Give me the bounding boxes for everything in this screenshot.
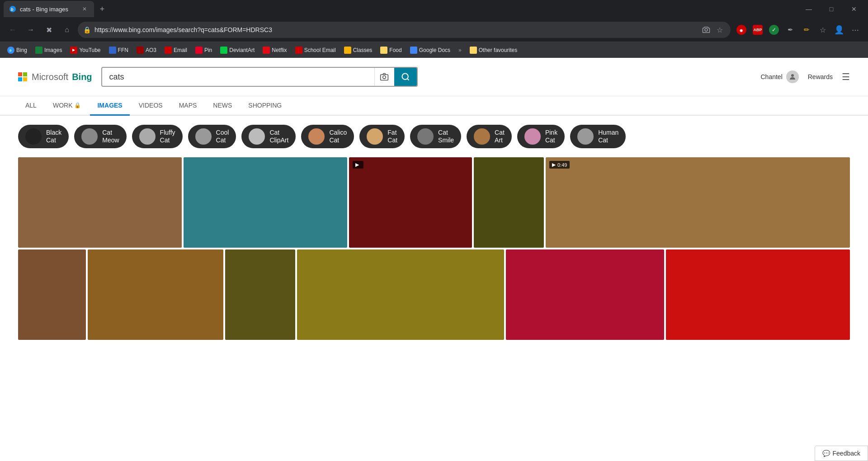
- tab-work[interactable]: WORK 🔒: [46, 96, 89, 116]
- bookmark-bing[interactable]: b Bing: [4, 45, 31, 56]
- pin-favicon: [195, 47, 203, 54]
- tab-maps[interactable]: MAPS: [172, 96, 204, 116]
- close-button[interactable]: ✕: [844, 0, 864, 18]
- work-lock-icon: 🔒: [74, 102, 81, 108]
- google-docs-favicon: [410, 47, 417, 54]
- menu-button[interactable]: ⋯: [848, 23, 863, 37]
- reload-button[interactable]: ✖: [42, 23, 56, 37]
- star-icon[interactable]: ☆: [714, 24, 725, 35]
- search-button[interactable]: [394, 67, 417, 87]
- tab-videos[interactable]: VIDEOS: [132, 96, 170, 116]
- pill-cool-cat[interactable]: CoolCat: [188, 125, 236, 148]
- bookmark-email[interactable]: Email: [161, 45, 191, 56]
- extension-check-icon[interactable]: ✓: [767, 23, 781, 37]
- tab-shopping[interactable]: SHOPPING: [241, 96, 289, 116]
- image-cell-1[interactable]: [18, 157, 182, 248]
- bookmark-netflix[interactable]: Netflix: [259, 45, 290, 56]
- pill-pink-cat[interactable]: PinkCat: [517, 125, 565, 148]
- bookmark-google-docs[interactable]: Google Docs: [406, 45, 454, 56]
- bookmark-pin-label: Pin: [204, 47, 212, 53]
- maximize-button[interactable]: □: [821, 0, 842, 18]
- image-cell-10[interactable]: [506, 249, 664, 340]
- image-cell-7[interactable]: [88, 249, 223, 340]
- bing-favicon: b: [7, 47, 14, 54]
- address-bar[interactable]: 🔒 https://www.bing.com/images/search?q=c…: [78, 22, 731, 38]
- pill-fluffy-cat[interactable]: FluffyCat: [132, 125, 183, 148]
- image-cell-8[interactable]: [225, 249, 295, 340]
- pill-cat-meow[interactable]: CatMeow: [74, 125, 126, 148]
- search-box[interactable]: [101, 67, 418, 87]
- image-cell-6[interactable]: [18, 249, 86, 340]
- pill-fat-cat[interactable]: FatCat: [359, 125, 405, 148]
- bookmark-youtube[interactable]: ▶ YouTube: [66, 45, 104, 56]
- bing-logo[interactable]: Microsoft Bing: [18, 72, 92, 82]
- back-button[interactable]: ←: [5, 23, 20, 37]
- bookmark-school-email[interactable]: School Email: [292, 45, 340, 56]
- tab-all[interactable]: ALL: [18, 96, 44, 116]
- pill-cat-art[interactable]: CatArt: [467, 125, 512, 148]
- hamburger-menu[interactable]: ☰: [842, 71, 850, 82]
- video-badge-2: ▶ 0:49: [549, 161, 570, 169]
- pill-fluffy-cat-thumb: [139, 128, 156, 145]
- image-cell-4[interactable]: [474, 157, 544, 248]
- image-cell-9[interactable]: [297, 249, 504, 340]
- pill-calico-cat[interactable]: CalicoCat: [301, 125, 354, 148]
- email-favicon: [165, 47, 172, 54]
- rewards-button[interactable]: Rewards: [808, 73, 833, 80]
- svg-text:b: b: [11, 7, 14, 12]
- ms-yellow: [23, 77, 27, 81]
- image-cell-2[interactable]: [184, 157, 347, 248]
- image-cell-3[interactable]: ▶: [349, 157, 472, 248]
- tab-images[interactable]: IMAGES: [90, 96, 129, 116]
- profile-icon[interactable]: 👤: [832, 23, 846, 37]
- collections-icon[interactable]: ☆: [816, 23, 830, 37]
- bookmark-ao3[interactable]: AO3: [133, 45, 160, 56]
- image-cell-5[interactable]: ▶ 0:49: [546, 157, 850, 248]
- ms-green: [23, 72, 27, 76]
- extension-pen-icon[interactable]: ✒: [783, 23, 797, 37]
- header-right: Chantel Rewards ☰: [760, 71, 850, 83]
- pill-human-cat-text: HumanCat: [598, 129, 618, 144]
- tab-news[interactable]: NEWS: [206, 96, 239, 116]
- pill-human-cat[interactable]: HumanCat: [570, 125, 626, 148]
- bookmark-classes[interactable]: Classes: [340, 45, 376, 56]
- browser-frame: b cats - Bing images ✕ + — □ ✕ ← → ✖ ⌂ 🔒…: [0, 0, 868, 58]
- bookmark-other-favourites[interactable]: Other favourites: [466, 45, 521, 56]
- image-cell-11[interactable]: [666, 249, 850, 340]
- image-row-2: [18, 249, 850, 340]
- food-folder-icon: [380, 47, 387, 54]
- bookmarks-bar: b Bing Images ▶ YouTube FFN AO3 Email: [0, 42, 868, 58]
- extension-abp-icon[interactable]: ABP: [750, 23, 765, 37]
- bookmark-school-email-label: School Email: [304, 47, 336, 53]
- minimize-button[interactable]: —: [798, 0, 819, 18]
- tab-close-button[interactable]: ✕: [80, 5, 89, 13]
- pill-human-cat-thumb: [577, 128, 594, 145]
- svg-point-8: [383, 76, 386, 79]
- home-button[interactable]: ⌂: [60, 23, 74, 37]
- image-grid: ▶ ▶ 0:49: [0, 157, 868, 340]
- camera-icon[interactable]: [701, 24, 712, 35]
- bookmark-food[interactable]: Food: [377, 45, 405, 56]
- extension-yellow-pen-icon[interactable]: ✏: [799, 23, 814, 37]
- pill-black-cat[interactable]: BlackCat: [18, 125, 69, 148]
- user-info[interactable]: Chantel: [760, 71, 798, 83]
- bookmarks-more-button[interactable]: »: [455, 45, 465, 55]
- image-row-1: ▶ ▶ 0:49: [18, 157, 850, 248]
- pill-cat-smile[interactable]: CatSmile: [410, 125, 461, 148]
- feedback-button[interactable]: 💬 Feedback: [815, 446, 868, 461]
- pill-cat-smile-text: CatSmile: [438, 129, 454, 144]
- images-favicon: [35, 47, 42, 54]
- bookmark-ffn[interactable]: FFN: [105, 45, 132, 56]
- bookmark-pin[interactable]: Pin: [192, 45, 216, 56]
- new-tab-button[interactable]: +: [96, 3, 108, 15]
- camera-search-icon[interactable]: [374, 67, 394, 87]
- ao3-favicon: [137, 47, 144, 54]
- bookmark-images[interactable]: Images: [32, 45, 66, 56]
- extension-red-icon[interactable]: ◉: [734, 23, 749, 37]
- forward-button[interactable]: →: [24, 23, 38, 37]
- bookmark-deviantart[interactable]: DeviantArt: [217, 45, 258, 56]
- pill-cat-clipart[interactable]: CatClipArt: [241, 125, 296, 148]
- search-input[interactable]: [102, 72, 374, 82]
- active-tab[interactable]: b cats - Bing images ✕: [4, 1, 94, 17]
- tab-all-label: ALL: [25, 102, 37, 109]
